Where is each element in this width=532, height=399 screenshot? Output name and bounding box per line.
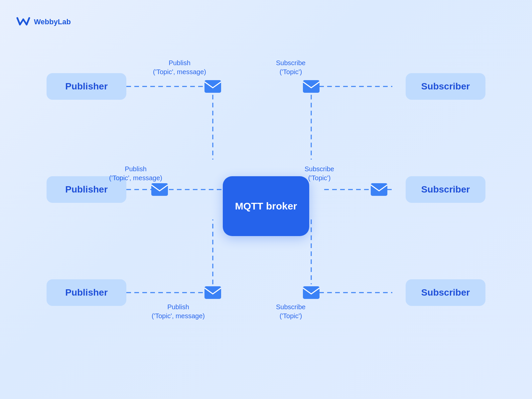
envelope-pub-top	[204, 80, 221, 93]
envelope-pub-mid	[151, 183, 168, 196]
mqtt-broker: MQTT broker	[223, 176, 309, 236]
publisher-top: Publisher	[47, 73, 126, 100]
subscriber-bot: Subscriber	[406, 279, 485, 306]
subscriber-top: Subscriber	[406, 73, 485, 100]
subscriber-top-label: Subscriber	[421, 81, 470, 92]
publisher-bot: Publisher	[47, 279, 126, 306]
svg-rect-14	[204, 286, 221, 299]
logo: WebbyLab	[16, 16, 71, 28]
svg-rect-16	[371, 183, 387, 196]
subscriber-mid: Subscriber	[406, 176, 485, 203]
subscribe-label-top: Subscribe('Topic')	[276, 59, 306, 76]
subscriber-bot-label: Subscriber	[421, 287, 470, 298]
logo-text: WebbyLab	[34, 18, 71, 26]
envelope-sub-bot	[303, 286, 320, 299]
publisher-bot-label: Publisher	[65, 287, 108, 298]
envelope-sub-top	[303, 80, 320, 93]
subscriber-mid-label: Subscriber	[421, 184, 470, 195]
svg-rect-15	[303, 80, 320, 93]
publish-label-bot: Publish('Topic', message)	[152, 303, 205, 321]
webby-logo-icon	[16, 16, 31, 28]
envelope-sub-mid	[370, 183, 388, 196]
publish-label-top: Publish('Topic', message)	[153, 59, 206, 76]
publisher-top-label: Publisher	[65, 81, 108, 92]
diagram: .dline { stroke: #3b82f6; stroke-width: …	[27, 33, 505, 379]
svg-rect-12	[204, 80, 221, 93]
broker-label: MQTT broker	[235, 200, 297, 212]
svg-rect-17	[303, 286, 320, 299]
subscribe-label-bot: Subscribe('Topic')	[276, 303, 306, 321]
svg-rect-13	[151, 183, 168, 196]
publish-label-mid: Publish('Topic', message)	[109, 165, 162, 183]
subscribe-label-mid: Subscribe('Topic')	[305, 165, 334, 183]
publisher-mid-label: Publisher	[65, 184, 108, 195]
envelope-pub-bot	[204, 286, 221, 299]
